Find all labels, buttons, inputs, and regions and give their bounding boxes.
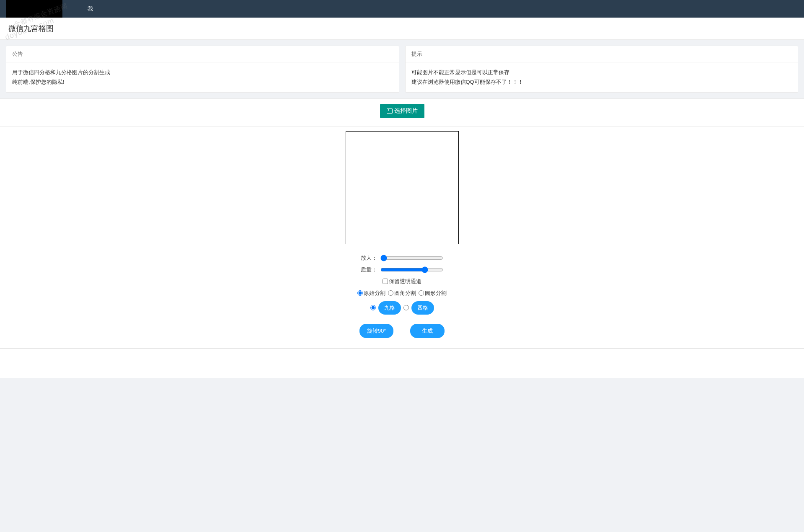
footer (0, 349, 804, 378)
notice-line2: 纯前端,保护您的隐私! (12, 77, 393, 87)
notice-title: 公告 (6, 46, 399, 62)
tip-card: 提示 可能图片不能正常显示但是可以正常保存 建议在浏览器使用微信QQ可能保存不了… (405, 46, 799, 93)
image-preview-canvas[interactable] (346, 131, 459, 244)
nav-active-tab[interactable] (6, 0, 62, 18)
grid-four-button[interactable]: 四格 (411, 301, 434, 315)
nav-me-link[interactable]: 我 (88, 5, 93, 13)
zoom-slider[interactable] (380, 255, 443, 261)
page-title: 微信九宫格图 (0, 18, 804, 40)
split-rounded-label: 圆角分割 (394, 289, 416, 297)
notice-line1: 用于微信四分格和九分格图片的分割生成 (12, 67, 393, 77)
split-circle-radio[interactable] (419, 290, 424, 296)
split-original-radio[interactable] (357, 290, 363, 296)
zoom-label: 放大： (361, 254, 377, 262)
tip-title: 提示 (406, 46, 798, 62)
keep-alpha-checkbox[interactable] (383, 279, 388, 284)
quality-label: 质量： (361, 266, 377, 274)
generate-button[interactable]: 生成 (410, 324, 445, 338)
keep-alpha-label: 保留透明通道 (389, 278, 421, 285)
notice-card: 公告 用于微信四分格和九分格图片的分割生成 纯前端,保护您的隐私! (6, 46, 399, 93)
tip-line1: 可能图片不能正常显示但是可以正常保存 (411, 67, 792, 77)
split-circle-label: 圆形分割 (425, 289, 447, 297)
split-original-label: 原始分割 (364, 289, 385, 297)
image-icon (387, 108, 393, 114)
choose-image-button[interactable]: 选择图片 (380, 104, 424, 118)
grid-nine-radio[interactable] (370, 305, 376, 310)
choose-image-label: 选择图片 (394, 107, 418, 115)
navbar: 我 (0, 0, 804, 18)
grid-nine-button[interactable]: 九格 (378, 301, 401, 315)
quality-slider[interactable] (380, 266, 443, 273)
tip-line2: 建议在浏览器使用微信QQ可能保存不了！！！ (411, 77, 792, 87)
rotate-button[interactable]: 旋转90° (359, 324, 394, 338)
grid-four-radio[interactable] (403, 305, 409, 310)
split-rounded-radio[interactable] (388, 290, 393, 296)
